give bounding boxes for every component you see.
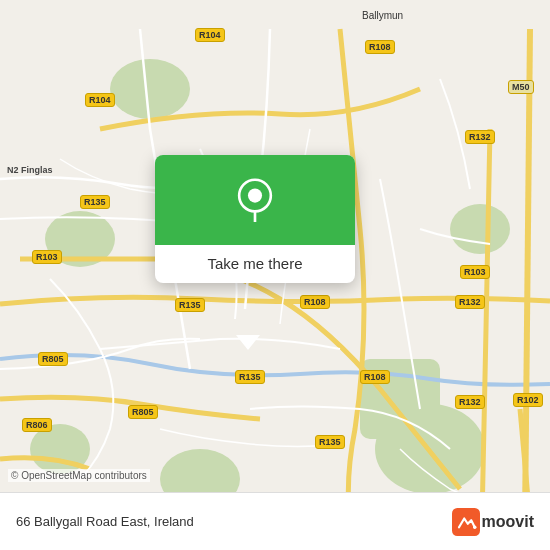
road-label-r104-2: R104: [85, 93, 115, 107]
road-label-n2: N2 Finglas: [7, 165, 53, 175]
road-label-r135-4: R135: [315, 435, 345, 449]
road-label-r806: R806: [22, 418, 52, 432]
road-label-r108-1: R108: [365, 40, 395, 54]
road-label-r102: R102: [513, 393, 543, 407]
take-me-there-button[interactable]: Take me there: [171, 255, 339, 272]
road-label-m50: M50: [508, 80, 534, 94]
address-label: 66 Ballygall Road East, Ireland: [16, 514, 194, 529]
svg-point-3: [450, 204, 510, 254]
road-label-r135-1: R135: [80, 195, 110, 209]
location-popup: Take me there: [155, 155, 355, 283]
road-label-r132-3: R132: [455, 395, 485, 409]
location-pin-icon: [233, 178, 277, 222]
svg-point-8: [248, 189, 262, 203]
road-label-r132-2: R132: [455, 295, 485, 309]
popup-header: [155, 155, 355, 245]
road-label-r108-2: R108: [300, 295, 330, 309]
road-label-r805-2: R805: [128, 405, 158, 419]
road-label-r135-3: R135: [235, 370, 265, 384]
svg-point-1: [110, 59, 190, 119]
road-label-r132-1: R132: [465, 130, 495, 144]
moovit-logo-text: moovit: [482, 513, 534, 531]
road-label-r104-1: R104: [195, 28, 225, 42]
info-bar: 66 Ballygall Road East, Ireland moovit: [0, 492, 550, 550]
map-container: R104 R104 R108 R108 R108 R132 R132 R132 …: [0, 0, 550, 550]
city-label-ballymun: Ballymun: [362, 10, 403, 21]
moovit-logo: moovit: [452, 508, 534, 536]
popup-action-area[interactable]: Take me there: [155, 245, 355, 283]
moovit-logo-icon: [452, 508, 480, 536]
copyright-notice: © OpenStreetMap contributors: [8, 469, 150, 482]
road-label-r103-1: R103: [32, 250, 62, 264]
road-label-r805-1: R805: [38, 352, 68, 366]
road-label-r108-3: R108: [360, 370, 390, 384]
svg-point-10: [473, 525, 477, 529]
road-label-r103-2: R103: [460, 265, 490, 279]
popup-tail: [236, 335, 260, 350]
road-label-r135-2: R135: [175, 298, 205, 312]
